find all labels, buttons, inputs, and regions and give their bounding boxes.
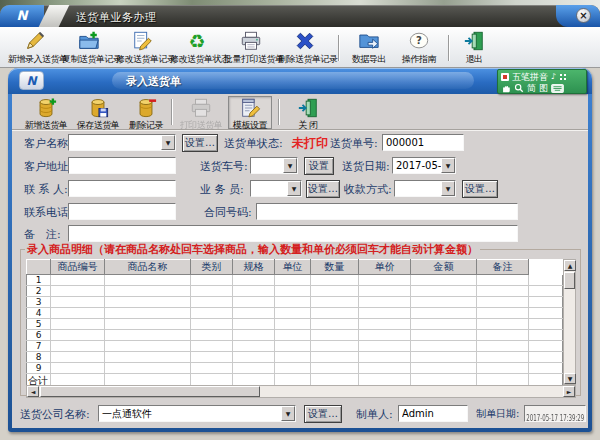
grid-cell[interactable]: [477, 308, 529, 319]
horizontal-scroll-thumb[interactable]: [40, 386, 260, 397]
button-close[interactable]: 关 闭: [286, 96, 330, 129]
salesman-settings-button[interactable]: 设置…: [306, 180, 340, 198]
vehicle-no-combo[interactable]: ▼: [250, 157, 298, 174]
customer-settings-button[interactable]: 设置…: [182, 134, 218, 152]
grid-cell[interactable]: [477, 319, 529, 330]
grid-cell[interactable]: [411, 286, 477, 297]
phone-input[interactable]: [68, 203, 176, 220]
toolbar-button-batch-print[interactable]: 批量打印送货单: [224, 30, 278, 66]
payment-method-combo[interactable]: ▼: [394, 180, 456, 197]
grid-cell[interactable]: [359, 330, 411, 341]
toolbar-button-change-status[interactable]: ♻ 修改送货单状态: [170, 30, 224, 66]
grid-cell[interactable]: [105, 308, 191, 319]
button-save-delivery-order[interactable]: 保存送货单: [74, 96, 122, 129]
customer-name-combo[interactable]: ▼: [68, 134, 176, 151]
maker-input[interactable]: [398, 405, 468, 422]
grid-cell[interactable]: [477, 330, 529, 341]
company-combo[interactable]: 一点通软件 ▼: [98, 405, 296, 422]
order-no-input[interactable]: [382, 134, 464, 151]
grid-cell[interactable]: [275, 286, 311, 297]
grid-cell[interactable]: [105, 363, 191, 374]
grid-cell[interactable]: [233, 319, 275, 330]
delivery-date-combo[interactable]: 2017-05-17 ▼: [392, 157, 456, 174]
grid-cell[interactable]: [359, 308, 411, 319]
grid-cell[interactable]: [359, 341, 411, 352]
grid-cell[interactable]: [51, 286, 105, 297]
grid-cell[interactable]: [191, 319, 233, 330]
grid-cell[interactable]: [477, 297, 529, 308]
grid-cell[interactable]: [359, 275, 411, 286]
grid-cell[interactable]: [191, 341, 233, 352]
grid-cell[interactable]: [411, 275, 477, 286]
grid-cell[interactable]: [275, 363, 311, 374]
grid-cell[interactable]: [191, 363, 233, 374]
grid-cell[interactable]: [311, 308, 359, 319]
scroll-down-icon[interactable]: ▼: [564, 373, 576, 384]
grid-cell[interactable]: [191, 286, 233, 297]
customer-address-input[interactable]: [68, 157, 176, 174]
grid-cell[interactable]: [411, 308, 477, 319]
ime-symbol-toggle[interactable]: 图: [539, 83, 548, 93]
grid-cell[interactable]: [275, 330, 311, 341]
payment-settings-button[interactable]: 设置…: [462, 180, 498, 198]
ime-state-icon[interactable]: [501, 73, 509, 81]
grid-cell[interactable]: [311, 363, 359, 374]
grid-cell[interactable]: [51, 363, 105, 374]
ime-toolbar[interactable]: 五笔拼音 ♪ 简 图: [497, 69, 587, 94]
toolbar-button-help[interactable]: ? 操作指南: [396, 30, 442, 66]
grid-cell[interactable]: [191, 275, 233, 286]
grid-cell[interactable]: [477, 286, 529, 297]
remark-input[interactable]: [68, 225, 518, 242]
grid-cell[interactable]: [51, 308, 105, 319]
grid-cell[interactable]: [191, 352, 233, 363]
grid-cell[interactable]: [105, 275, 191, 286]
grid-cell[interactable]: [411, 319, 477, 330]
grid-cell[interactable]: [311, 275, 359, 286]
toolbar-button-new-entry[interactable]: 新增录入送货单: [8, 30, 62, 66]
grid-cell[interactable]: [411, 330, 477, 341]
grid-cell[interactable]: [359, 286, 411, 297]
grid-cell[interactable]: [233, 297, 275, 308]
grid-cell[interactable]: [275, 308, 311, 319]
hand-icon[interactable]: [501, 78, 511, 97]
grid-cell[interactable]: [233, 341, 275, 352]
button-new-delivery-order[interactable]: 新增送货单: [22, 96, 70, 129]
grid-cell[interactable]: [275, 297, 311, 308]
grid-cell[interactable]: [275, 352, 311, 363]
grid-cell[interactable]: [311, 352, 359, 363]
button-delete-record[interactable]: 删除记录: [126, 96, 166, 129]
grid-cell[interactable]: [51, 275, 105, 286]
toolbar-button-edit-record[interactable]: 修改送货单记录: [116, 30, 170, 66]
grid-cell[interactable]: [311, 341, 359, 352]
grid-cell[interactable]: [411, 363, 477, 374]
vehicle-settings-button[interactable]: 设置: [304, 157, 334, 175]
grid-cell[interactable]: [51, 330, 105, 341]
grid-cell[interactable]: [51, 297, 105, 308]
grid-cell[interactable]: [411, 352, 477, 363]
toolbar-button-copy-record[interactable]: 复制送货单记录: [62, 30, 116, 66]
grid-cell[interactable]: [477, 275, 529, 286]
horizontal-scrollbar[interactable]: ◄ ►: [26, 385, 576, 398]
scroll-left-icon[interactable]: ◄: [27, 386, 39, 397]
grid-cell[interactable]: [51, 341, 105, 352]
scroll-right-icon[interactable]: ►: [563, 386, 575, 397]
grid-cell[interactable]: [275, 275, 311, 286]
grid-cell[interactable]: [233, 330, 275, 341]
ime-simplified-toggle[interactable]: 简: [527, 83, 536, 93]
grid-cell[interactable]: [411, 297, 477, 308]
magnifier-icon[interactable]: [514, 78, 524, 97]
grid-cell[interactable]: [233, 286, 275, 297]
grid-cell[interactable]: [233, 275, 275, 286]
contract-no-input[interactable]: [256, 203, 518, 220]
grid-cell[interactable]: [191, 297, 233, 308]
contact-input[interactable]: [68, 180, 176, 197]
company-settings-button[interactable]: 设置…: [304, 405, 342, 423]
grid-cell[interactable]: [275, 341, 311, 352]
vertical-scrollbar[interactable]: ▲ ▼: [563, 259, 576, 385]
grid-cell[interactable]: [105, 341, 191, 352]
toolbar-button-exit[interactable]: 退出: [456, 30, 492, 66]
grid-cell[interactable]: [105, 286, 191, 297]
grid-cell[interactable]: [311, 319, 359, 330]
grid-cell[interactable]: [105, 319, 191, 330]
grid-cell[interactable]: [105, 297, 191, 308]
